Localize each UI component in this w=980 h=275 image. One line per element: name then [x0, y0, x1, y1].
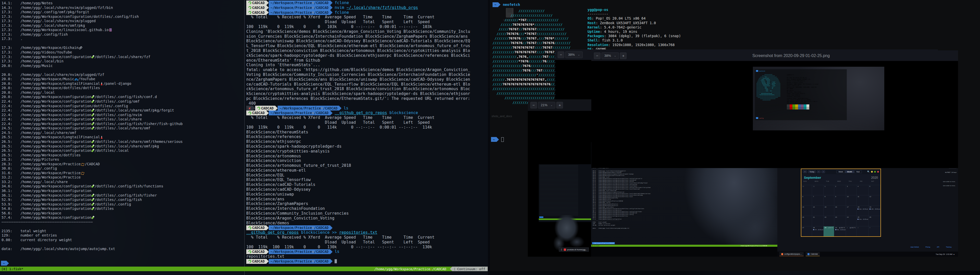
terminal-line: Cloning 'BlockScience/demos BlockScience… — [246, 29, 488, 34]
powerline-arrow-icon — [6, 261, 9, 266]
search-icon[interactable]: 🔍 — [867, 171, 870, 173]
calendar-day-cell[interactable]: 15 — [824, 205, 834, 216]
calendar-day-cell[interactable]: 5 — [869, 185, 880, 195]
calendar-day-cell[interactable]: 2 — [856, 226, 868, 236]
zoom-level-dropdown[interactable]: 38%⌄ — [601, 52, 619, 59]
test-tube-icon — [91, 109, 94, 112]
terminal-line: % Total % Received % Xferd Average Speed… — [246, 15, 488, 20]
zoom-level-dropdown[interactable]: 21%⌄ — [538, 102, 555, 109]
calendar-day-cell[interactable]: 1▤ 16.2 °C — [846, 226, 857, 236]
calendar-day-cell[interactable]: 26 — [869, 216, 880, 226]
terminal-line: 24.5:/home/ygg/.local/share/omf — [2, 131, 244, 135]
fish-prompt-idle: ~ — [491, 137, 504, 142]
calendar-day-cell[interactable]: 31 — [812, 185, 824, 195]
zoom-in-button[interactable]: + — [620, 52, 627, 59]
chevron-down-icon: ⌄ — [550, 104, 552, 106]
calendar-day-cell[interactable]: 13 — [801, 205, 812, 216]
calendar-add-button[interactable]: + — [803, 170, 807, 173]
calendar-view-switcher[interactable]: WeekMonthYear — [836, 170, 862, 173]
terminal-line: nce/ZarghamPapers BlockScience/ans Block… — [246, 77, 488, 82]
calendar-day-cell[interactable]: 16 — [834, 205, 846, 216]
calendar-day-cell[interactable]: 22 — [824, 216, 834, 226]
terminal-line: pc BlockScience/references BlockScience/… — [246, 96, 488, 101]
calendar-day-cell[interactable]: 30▤ 15.6 °CMat... 01:00 pm — [834, 226, 846, 236]
chain-link-icon — [79, 46, 82, 49]
calendar-day-cell[interactable]: 25Kiss... 11:00 am — [856, 216, 868, 226]
calendar-day-cell[interactable]: 20 — [801, 216, 812, 226]
calendar-today-button[interactable]: Today — [808, 170, 816, 173]
test-tube-icon — [91, 184, 94, 188]
terminal-line: BlockScience/ans — [246, 197, 488, 202]
calendar-day-cell[interactable]: 3 — [869, 226, 880, 236]
calendar-day-cell[interactable]: 19LAD... 03:00 pm — [869, 205, 880, 216]
calendar-day-cell[interactable]: 27 — [801, 226, 812, 236]
calendar-day-cell[interactable]: 18Sett... 02:30 pm — [856, 205, 868, 216]
nested-youtube-dl-task: ⣿ youtube-dl /home/ygg... — [559, 248, 589, 251]
calendar-day-cell[interactable]: 7 — [812, 195, 824, 205]
terminal-line: __github_get_org_repos blockscience >> r… — [246, 230, 488, 235]
test-tube-icon — [91, 193, 94, 197]
terminal-line: 20.0:/home/ygg/Workspace/dotfiles/dotfil… — [2, 86, 244, 90]
calendar-day-cell[interactable]: 12 — [869, 195, 880, 205]
calendar-next-button[interactable]: › — [821, 170, 825, 173]
terminal-line: 14.3:/home/ygg/.local/share/nvim/plugged… — [2, 6, 244, 10]
terminal-line: 56.6:/home/ygg/Workspace — [2, 211, 244, 216]
terminal-line: CADCAD~/Workspace/Practice/CADCAD — [246, 259, 488, 264]
zoom-out-button[interactable]: − — [530, 102, 537, 109]
calendar-day-cell[interactable]: 2 — [834, 185, 846, 195]
terminal-line: 129:number of entries — [2, 233, 244, 238]
zoom-controls: − 21%⌄ + — [530, 102, 563, 109]
calendar-day-cell[interactable]: 4 — [856, 185, 868, 195]
practice-knot-icon — [321, 107, 323, 109]
snake-icon — [257, 106, 261, 110]
snake-icon — [248, 1, 252, 5]
calendar-day-cell[interactable]: 29● 16.4 °C — [824, 226, 834, 236]
nested-prompt-chip: ~/Workspace/Practice/CADCAD — [592, 242, 615, 244]
calendar-prev-button[interactable]: ‹ — [817, 170, 821, 173]
zoom-level-dropdown[interactable]: 38%⌄ — [565, 51, 583, 58]
calendar-day-cell[interactable]: 17 — [846, 205, 857, 216]
zoom-in-button[interactable]: + — [556, 102, 563, 109]
venv-segment: CADCAD — [246, 10, 266, 15]
image-viewer-window-a[interactable]: − 38%⌄ + Screenshot from 2020-09-29 01-0… — [591, 51, 958, 168]
calendar-day-cell[interactable]: 3 — [846, 185, 857, 195]
calendar-day-cell[interactable]: 14 — [812, 205, 824, 216]
cwd-segment: ~/Workspace/Practice/CADCAD — [269, 0, 330, 5]
terminal-line: 22.4:/home/ygg/Workspace/configuration/d… — [2, 117, 244, 122]
terminal-left-autojump[interactable]: 14.1:/home/ygg/Notes14.3:/home/ygg/.loca… — [0, 0, 244, 275]
zoom-out-button[interactable]: − — [558, 51, 564, 58]
zoom-out-button[interactable]: − — [594, 52, 600, 59]
calendar-day-cell[interactable]: 24 — [846, 216, 857, 226]
calendar-day-cell[interactable]: 1 — [824, 185, 834, 195]
calendar-day-cell[interactable]: 30 — [801, 185, 812, 195]
tmux-status-bar[interactable]: [0] 1:fish* /home/ygg/Workspace/Practice… — [0, 267, 488, 271]
practice-knot-icon — [312, 112, 314, 114]
window-a-headerbar[interactable]: − 38%⌄ + Screenshot from 2020-09-29 01-0… — [591, 51, 958, 61]
cwd-segment: ~/Workspace/Practice/CADCAD — [269, 249, 330, 254]
calendar-day-cell[interactable]: 23 — [834, 216, 846, 226]
terminal-line: 36.1:/home/ygg/Workspace/configuration/d… — [2, 193, 244, 198]
calendar-day-cell[interactable]: 8 — [824, 195, 834, 205]
terminal-line: 100 119k 100 119k 0 0 130k 0 --:--:-- --… — [246, 245, 488, 250]
calendar-day-cell[interactable]: 11 — [856, 195, 868, 205]
terminal-line: CADCAD~/Workspace/Practice/CADCAD__githu… — [246, 111, 488, 115]
powerline-arrow-icon — [498, 2, 501, 7]
calendar-day-cell[interactable]: 21 — [812, 216, 824, 226]
terminal-line: 26.5:/home/ygg/Workspace/configuration/d… — [2, 144, 244, 149]
terminal-line: 24.5:/home/ygg/Workspace/configuration/d… — [2, 126, 244, 131]
terminal-mid-cadcad[interactable]: CADCAD~/Workspace/Practice/CADCADfcloneC… — [244, 0, 488, 275]
terminal-line: 30.0:/home/ygg/.config — [2, 166, 244, 171]
practice-knot-icon — [431, 269, 432, 270]
nested-wallpaper-art — [541, 215, 592, 252]
calendar-day-cell[interactable]: 10 — [846, 195, 857, 205]
calendar-day-cell[interactable]: 9 — [834, 195, 846, 205]
nested-color-palette — [787, 104, 809, 109]
snake-icon — [248, 6, 252, 10]
taskbar-item-calendar[interactable]: Calendar — [806, 252, 819, 256]
calendar-day-cell[interactable]: 28UTr... 02:00 pm — [812, 226, 824, 236]
terminal-line: 17.3:/home/ygg/.local/share/nvim/plugged — [2, 19, 244, 24]
calendar-day-cell[interactable]: 6 — [801, 195, 812, 205]
calendar-grid: 3031123456789101112131415161718Sett... 0… — [801, 185, 880, 236]
taskbar-item-firefox[interactable]: configuration/popos-... — [780, 252, 803, 256]
chevron-down-icon: ⌄ — [614, 54, 616, 57]
